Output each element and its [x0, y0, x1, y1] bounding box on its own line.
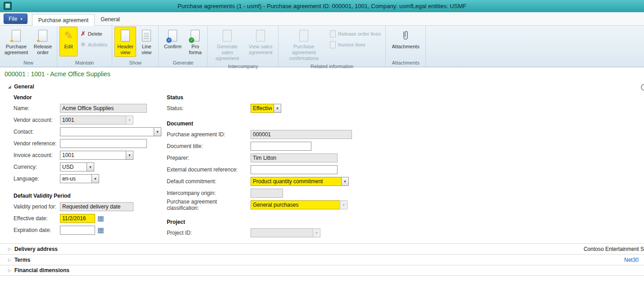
chevron-expanded-icon: ◢	[8, 85, 11, 89]
tab-label: General	[100, 16, 120, 23]
status-subheader: Status	[167, 93, 352, 102]
chevron-down-icon[interactable]: ▾	[126, 151, 133, 160]
ribbon-group-show: Header view Line view Show	[112, 26, 159, 67]
chevron-down-icon[interactable]: ▾	[154, 127, 161, 136]
field-validity-period-for: Validity period for:	[14, 201, 167, 213]
project-id-input	[251, 228, 313, 237]
line-view-button[interactable]: Line view	[137, 27, 156, 57]
document-subheader: Document	[167, 119, 352, 129]
validity-period-for-input	[60, 202, 133, 211]
pro-forma-button[interactable]: ✓ Pro forma	[185, 27, 205, 57]
ribbon-group-label: Related information	[281, 63, 383, 70]
delete-button[interactable]: ✗ Delete	[78, 29, 110, 38]
header-view-button[interactable]: Header view	[114, 27, 136, 57]
default-commitment-select[interactable]	[251, 177, 341, 186]
ribbon-group-label: Show	[114, 60, 156, 67]
form-column-right: Status Status: ▾ Document Purchase agree…	[167, 93, 352, 239]
field-effective-date: Effective date: ▦	[14, 213, 167, 224]
field-status: Status: ▾	[167, 102, 352, 114]
chevron-right-icon: ▷	[8, 268, 11, 273]
effective-date-input[interactable]	[60, 214, 95, 223]
ribbon: ★ Purchase agreement ★ Release order New…	[0, 26, 644, 67]
purchase-agreement-classification-select[interactable]	[251, 200, 340, 209]
section-financial-dimensions[interactable]: ▷ Financial dimensions	[0, 265, 644, 276]
invoice-account-input[interactable]	[60, 151, 126, 160]
section-delivery-address[interactable]: ▷ Delivery address Contoso Entertainment…	[0, 243, 644, 254]
chevron-right-icon: ▷	[8, 258, 11, 262]
ribbon-group-label: Maintain	[59, 60, 110, 67]
field-preparer: Preparer:	[167, 152, 352, 164]
field-purchase-agreement-id: Purchase agreement ID:	[167, 129, 352, 140]
view-sales-agreement-icon	[256, 30, 265, 42]
currency-input[interactable]	[60, 162, 87, 171]
calendar-icon[interactable]: ▦	[97, 215, 104, 222]
ribbon-group-maintain: ✎ Edit ✗ Delete ✱ Activities Maintain	[57, 26, 112, 67]
ribbon-group-label: New	[2, 60, 55, 67]
vendor-subheader: Vendor	[14, 93, 167, 102]
chevron-down-icon[interactable]: ▾	[341, 177, 349, 186]
chevron-down-icon[interactable]: ▾	[91, 174, 99, 183]
view-sales-agreement-button: View sales agreement	[245, 27, 276, 57]
edit-button[interactable]: ✎ Edit	[59, 27, 78, 56]
chevron-down-icon[interactable]: ▾	[274, 104, 281, 113]
field-default-commitment: Default commitment: ▾	[167, 176, 352, 187]
section-general[interactable]: ◢ General	[0, 81, 644, 93]
field-external-document-reference: External document reference:	[167, 164, 352, 176]
document-title-input[interactable]	[251, 142, 311, 151]
star-icon: ★	[9, 38, 14, 43]
language-input[interactable]	[60, 174, 91, 183]
edit-icon: ✎	[64, 30, 73, 41]
contact-input[interactable]	[60, 127, 154, 136]
vendor-reference-input[interactable]	[60, 139, 147, 148]
chevron-down-icon: ▾	[20, 17, 23, 21]
field-purchase-agreement-classification: Purchase agreement classification: ▾	[167, 199, 352, 211]
ribbon-group-label: Intercompany	[210, 63, 276, 70]
release-order-button[interactable]: ★ Release order	[31, 27, 55, 57]
ribbon-group-label: Generate	[161, 60, 205, 67]
field-vendor-reference: Vendor reference:	[14, 138, 167, 149]
tab-purchase-agreement[interactable]: Purchase agreement	[32, 14, 95, 26]
field-vendor-account: Vendor account: ▾	[14, 114, 167, 126]
release-order-lines-icon	[330, 30, 336, 37]
field-language: Language: ▾	[14, 173, 167, 185]
delivery-address-summary: Contoso Entertainment Sy	[584, 246, 644, 252]
field-project-id: Project ID: ▾	[167, 227, 352, 239]
tab-label: Purchase agreement	[38, 17, 88, 23]
preparer-input	[251, 153, 338, 162]
default-validity-period-subheader: Default Validity Period	[14, 191, 167, 201]
status-select[interactable]	[251, 104, 274, 113]
calendar-icon[interactable]: ▦	[97, 227, 104, 234]
release-order-icon: ★	[38, 30, 47, 42]
ribbon-spacer	[426, 26, 644, 67]
field-currency: Currency: ▾	[14, 161, 167, 173]
general-form: Vendor Name: Vendor account: ▾ Contact: …	[0, 93, 644, 243]
terms-summary: Net30	[624, 257, 639, 263]
star-icon: ★	[36, 38, 41, 43]
field-intercompany-origin: Intercompany origin:	[167, 187, 352, 199]
ribbon-group-related-information: Purchase agreement confirmations Release…	[279, 26, 386, 67]
file-menu-button[interactable]: File ▾	[4, 14, 27, 24]
invoice-lines-icon	[330, 41, 336, 48]
chevron-right-icon: ▷	[8, 247, 11, 251]
confirm-button[interactable]: ✓ Confirm	[161, 27, 184, 56]
chevron-down-icon[interactable]: ▾	[87, 162, 94, 171]
file-menu-label: File	[9, 16, 17, 22]
record-title: 000001 : 1001 - Acme Office Supplies	[5, 70, 110, 78]
ribbon-group-intercompany: Generate sales agreement View sales agre…	[208, 26, 279, 67]
field-expiration-date: Expiration date: ▦	[14, 224, 167, 236]
field-name: Name:	[14, 102, 167, 114]
delete-icon: ✗	[81, 31, 86, 37]
new-purchase-agreement-button[interactable]: ★ Purchase agreement	[2, 27, 30, 57]
field-invoice-account: Invoice account: ▾	[14, 149, 167, 161]
tab-general[interactable]: General	[95, 14, 126, 25]
external-document-reference-input[interactable]	[251, 165, 338, 174]
header-view-icon	[121, 30, 130, 42]
section-terms[interactable]: ▷ Terms Net30	[0, 254, 644, 265]
attachments-button[interactable]: Attachments	[388, 27, 423, 56]
field-document-title: Document title:	[167, 140, 352, 152]
ribbon-group-new: ★ Purchase agreement ★ Release order New	[0, 26, 57, 67]
generate-sales-agreement-icon	[223, 30, 232, 42]
pro-forma-icon: ✓	[191, 30, 200, 42]
expiration-date-input[interactable]	[60, 226, 95, 235]
form-column-left: Vendor Name: Vendor account: ▾ Contact: …	[14, 93, 167, 239]
